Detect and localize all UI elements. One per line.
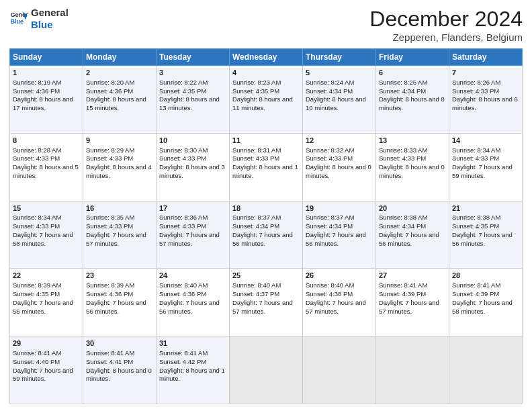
sunrise: Sunrise: 8:37 AM (232, 214, 281, 221)
calendar-cell: 3Sunrise: 8:22 AMSunset: 4:35 PMDaylight… (157, 66, 230, 134)
sunset: Sunset: 4:33 PM (452, 87, 499, 95)
sunrise: Sunrise: 8:41 AM (379, 281, 427, 289)
day-header-sunday: Sunday (10, 49, 83, 66)
day-number: 6 (379, 68, 446, 78)
sunset: Sunset: 4:41 PM (86, 358, 133, 365)
logo-text: GeneralBlue (31, 7, 69, 31)
calendar-header-row: SundayMondayTuesdayWednesdayThursdayFrid… (10, 49, 523, 66)
sunrise: Sunrise: 8:38 AM (452, 214, 500, 221)
sunrise: Sunrise: 8:40 AM (232, 281, 281, 289)
daylight: Daylight: 8 hours and 17 minutes. (13, 95, 73, 111)
calendar-cell: 29Sunrise: 8:41 AMSunset: 4:40 PMDayligh… (10, 336, 83, 404)
sunrise: Sunrise: 8:41 AM (452, 281, 500, 289)
sunset: Sunset: 4:38 PM (306, 290, 353, 298)
day-number: 4 (232, 68, 300, 78)
sunrise: Sunrise: 8:22 AM (159, 79, 208, 86)
sunrise: Sunrise: 8:28 AM (13, 146, 61, 154)
day-number: 15 (13, 203, 80, 214)
day-number: 10 (159, 136, 226, 146)
daylight: Daylight: 7 hours and 57 minutes. (306, 299, 366, 315)
calendar-cell: 4Sunrise: 8:23 AMSunset: 4:35 PMDaylight… (230, 66, 303, 134)
svg-text:Blue: Blue (10, 18, 24, 25)
sunset: Sunset: 4:37 PM (232, 290, 279, 298)
daylight: Daylight: 7 hours and 57 minutes. (159, 231, 220, 247)
day-number: 30 (86, 338, 153, 349)
daylight: Daylight: 7 hours and 56 minutes. (13, 299, 73, 315)
sunrise: Sunrise: 8:40 AM (306, 281, 354, 289)
sunset: Sunset: 4:33 PM (232, 154, 279, 162)
calendar-cell (376, 336, 449, 404)
calendar-cell: 23Sunrise: 8:39 AMSunset: 4:36 PMDayligh… (83, 269, 157, 336)
daylight: Daylight: 8 hours and 4 minutes. (86, 163, 152, 179)
sunrise: Sunrise: 8:41 AM (13, 349, 61, 357)
sunrise: Sunrise: 8:25 AM (379, 79, 427, 86)
calendar-cell: 17Sunrise: 8:36 AMSunset: 4:33 PMDayligh… (157, 201, 230, 269)
sunset: Sunset: 4:40 PM (13, 358, 60, 365)
daylight: Daylight: 7 hours and 56 minutes. (452, 231, 513, 247)
daylight: Daylight: 7 hours and 56 minutes. (232, 231, 293, 247)
daylight: Daylight: 8 hours and 1 minute. (159, 367, 225, 383)
day-number: 23 (86, 271, 153, 281)
calendar-cell: 18Sunrise: 8:37 AMSunset: 4:34 PMDayligh… (230, 201, 303, 269)
calendar-cell (230, 336, 303, 404)
day-number: 24 (159, 271, 226, 281)
title-block: December 2024 Zepperen, Flanders, Belgiu… (369, 7, 523, 43)
sunset: Sunset: 4:33 PM (159, 222, 206, 230)
sunrise: Sunrise: 8:36 AM (159, 214, 208, 221)
calendar-week-row: 15Sunrise: 8:34 AMSunset: 4:33 PMDayligh… (10, 201, 523, 269)
calendar-cell: 7Sunrise: 8:26 AMSunset: 4:33 PMDaylight… (449, 66, 523, 134)
calendar-week-row: 22Sunrise: 8:39 AMSunset: 4:35 PMDayligh… (10, 269, 523, 336)
day-number: 12 (306, 136, 373, 146)
sunset: Sunset: 4:35 PM (159, 87, 206, 95)
calendar-cell: 16Sunrise: 8:35 AMSunset: 4:33 PMDayligh… (83, 201, 157, 269)
calendar-week-row: 1Sunrise: 8:19 AMSunset: 4:36 PMDaylight… (10, 66, 523, 134)
sunrise: Sunrise: 8:34 AM (452, 146, 500, 154)
sunset: Sunset: 4:33 PM (86, 222, 133, 230)
calendar-cell (303, 336, 376, 404)
sunset: Sunset: 4:39 PM (379, 290, 426, 298)
day-number: 19 (306, 203, 373, 214)
calendar-week-row: 8Sunrise: 8:28 AMSunset: 4:33 PMDaylight… (10, 133, 523, 201)
sunrise: Sunrise: 8:41 AM (159, 349, 208, 357)
day-number: 13 (379, 136, 446, 146)
daylight: Daylight: 7 hours and 58 minutes. (452, 299, 513, 315)
calendar-cell: 26Sunrise: 8:40 AMSunset: 4:38 PMDayligh… (303, 269, 376, 336)
logo-icon: General Blue (9, 9, 28, 28)
sunset: Sunset: 4:34 PM (306, 222, 353, 230)
sunrise: Sunrise: 8:34 AM (13, 214, 61, 221)
day-number: 9 (86, 136, 153, 146)
sunset: Sunset: 4:35 PM (232, 87, 279, 95)
sunset: Sunset: 4:33 PM (306, 154, 353, 162)
sunset: Sunset: 4:36 PM (13, 87, 60, 95)
sunrise: Sunrise: 8:37 AM (306, 214, 354, 221)
calendar-cell: 5Sunrise: 8:24 AMSunset: 4:34 PMDaylight… (303, 66, 376, 134)
day-number: 26 (306, 271, 373, 281)
sunrise: Sunrise: 8:40 AM (159, 281, 208, 289)
sunrise: Sunrise: 8:23 AM (232, 79, 281, 86)
daylight: Daylight: 7 hours and 57 minutes. (379, 299, 439, 315)
calendar-cell: 27Sunrise: 8:41 AMSunset: 4:39 PMDayligh… (376, 269, 449, 336)
day-number: 29 (13, 338, 80, 349)
day-number: 8 (13, 136, 80, 146)
sunset: Sunset: 4:34 PM (306, 87, 353, 95)
sunset: Sunset: 4:35 PM (452, 222, 499, 230)
sunset: Sunset: 4:33 PM (13, 222, 60, 230)
sunset: Sunset: 4:34 PM (379, 87, 426, 95)
daylight: Daylight: 7 hours and 59 minutes. (13, 367, 73, 383)
calendar-cell: 2Sunrise: 8:20 AMSunset: 4:36 PMDaylight… (83, 66, 157, 134)
logo: General Blue GeneralBlue (9, 7, 69, 31)
calendar-cell: 28Sunrise: 8:41 AMSunset: 4:39 PMDayligh… (449, 269, 523, 336)
calendar-cell: 14Sunrise: 8:34 AMSunset: 4:33 PMDayligh… (449, 133, 523, 201)
sunset: Sunset: 4:36 PM (86, 290, 133, 298)
day-number: 17 (159, 203, 226, 214)
sunrise: Sunrise: 8:38 AM (379, 214, 427, 221)
sunset: Sunset: 4:39 PM (452, 290, 499, 298)
daylight: Daylight: 8 hours and 13 minutes. (159, 95, 220, 111)
calendar-cell: 21Sunrise: 8:38 AMSunset: 4:35 PMDayligh… (449, 201, 523, 269)
sunrise: Sunrise: 8:30 AM (159, 146, 208, 154)
daylight: Daylight: 7 hours and 58 minutes. (13, 231, 73, 247)
day-header-tuesday: Tuesday (157, 49, 230, 66)
sunrise: Sunrise: 8:33 AM (379, 146, 427, 154)
day-number: 2 (86, 68, 153, 78)
calendar-cell: 1Sunrise: 8:19 AMSunset: 4:36 PMDaylight… (10, 66, 83, 134)
